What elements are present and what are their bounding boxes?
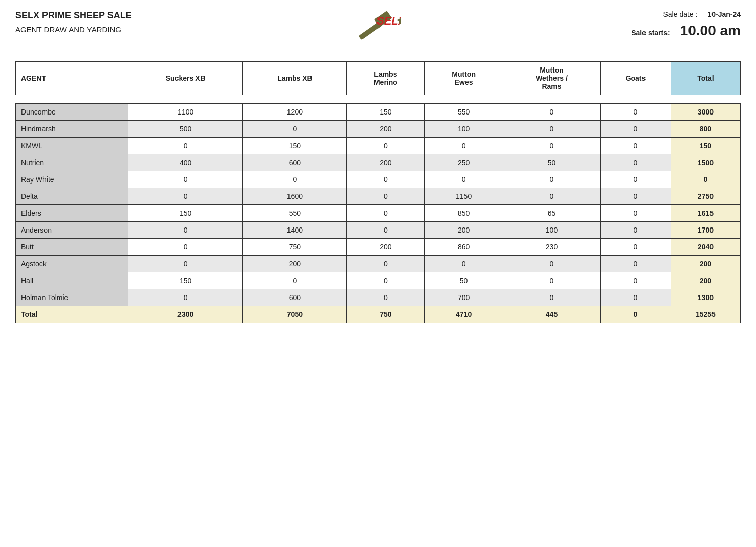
table-body: Duncombe11001200150550003000Hindmarsh500…: [16, 104, 741, 323]
table-row: Nutrien4006002002505001500: [16, 154, 741, 171]
total-cell: 1300: [671, 289, 740, 306]
data-cell: 0: [503, 171, 600, 188]
data-cell: 50: [425, 272, 503, 289]
data-cell: 0: [601, 171, 671, 188]
data-cell: 0: [347, 205, 425, 222]
col-header-lambs-merino: LambsMerino: [347, 62, 425, 95]
data-cell: 0: [601, 272, 671, 289]
agent-name: Ray White: [16, 171, 128, 188]
data-cell: 0: [601, 205, 671, 222]
totals-row: Total230070507504710445015255: [16, 306, 741, 323]
sale-date-value: 10-Jan-24: [707, 10, 741, 18]
data-cell: 850: [425, 205, 503, 222]
logo: SELX ✦: [355, 10, 401, 46]
data-cell: 200: [425, 222, 503, 239]
agent-name: Butt: [16, 239, 128, 256]
data-cell: 500: [128, 121, 243, 138]
data-cell: 65: [503, 205, 600, 222]
data-cell: 200: [347, 239, 425, 256]
data-cell: 0: [503, 138, 600, 154]
total-value: 15255: [671, 306, 740, 323]
data-cell: 150: [128, 205, 243, 222]
data-cell: 0: [601, 154, 671, 171]
total-value: 4710: [425, 306, 503, 323]
page-header: SELX PRIME SHEEP SALE AGENT DRAW AND YAR…: [15, 10, 741, 46]
total-cell: 3000: [671, 104, 740, 121]
sale-date-label: Sale date :: [663, 10, 697, 18]
data-cell: 100: [503, 222, 600, 239]
data-cell: 0: [347, 289, 425, 306]
data-cell: 0: [601, 222, 671, 239]
agent-name: Hindmarsh: [16, 121, 128, 138]
data-cell: 1150: [425, 188, 503, 205]
data-cell: 0: [425, 171, 503, 188]
total-cell: 200: [671, 272, 740, 289]
data-cell: 0: [128, 222, 243, 239]
col-header-mutton-wethers: MuttonWethers /Rams: [503, 62, 600, 95]
data-cell: 0: [347, 256, 425, 272]
data-cell: 1100: [128, 104, 243, 121]
data-cell: 200: [347, 154, 425, 171]
data-cell: 0: [347, 138, 425, 154]
data-cell: 860: [425, 239, 503, 256]
data-cell: 600: [243, 289, 347, 306]
table-row: Holman Tolmie06000700001300: [16, 289, 741, 306]
data-cell: 0: [128, 289, 243, 306]
data-cell: 0: [601, 188, 671, 205]
data-cell: 550: [425, 104, 503, 121]
data-cell: 200: [347, 121, 425, 138]
agent-name: Duncombe: [16, 104, 128, 121]
agent-name: Holman Tolmie: [16, 289, 128, 306]
col-header-suckers-xb: Suckers XB: [128, 62, 243, 95]
data-cell: 0: [601, 256, 671, 272]
agent-name: KMWL: [16, 138, 128, 154]
col-header-goats: Goats: [601, 62, 671, 95]
data-cell: 750: [243, 239, 347, 256]
data-cell: 1200: [243, 104, 347, 121]
total-label: Total: [16, 306, 128, 323]
agent-name: Elders: [16, 205, 128, 222]
total-value: 445: [503, 306, 600, 323]
sale-starts-value: 10.00 am: [680, 22, 741, 39]
total-cell: 200: [671, 256, 740, 272]
col-header-lambs-xb: Lambs XB: [243, 62, 347, 95]
col-header-total: Total: [671, 62, 740, 95]
page-title: SELX PRIME SHEEP SALE: [15, 10, 335, 21]
agent-draw-table: AGENT Suckers XB Lambs XB LambsMerino Mu…: [15, 61, 741, 323]
sale-starts-row: Sale starts: 10.00 am: [421, 22, 741, 39]
data-cell: 150: [243, 138, 347, 154]
data-cell: 150: [347, 104, 425, 121]
data-cell: 0: [601, 138, 671, 154]
table-row: KMWL01500000150: [16, 138, 741, 154]
data-cell: 1600: [243, 188, 347, 205]
data-cell: 0: [128, 188, 243, 205]
data-cell: 0: [347, 171, 425, 188]
data-cell: 0: [425, 138, 503, 154]
data-cell: 0: [503, 272, 600, 289]
agent-name: Delta: [16, 188, 128, 205]
data-cell: 0: [347, 222, 425, 239]
agent-name: Anderson: [16, 222, 128, 239]
data-cell: 550: [243, 205, 347, 222]
agent-name: Agstock: [16, 256, 128, 272]
total-cell: 1700: [671, 222, 740, 239]
table-row: Anderson01400020010001700: [16, 222, 741, 239]
total-value: 2300: [128, 306, 243, 323]
data-cell: 0: [601, 239, 671, 256]
data-cell: 0: [503, 121, 600, 138]
data-cell: 1400: [243, 222, 347, 239]
header-left: SELX PRIME SHEEP SALE AGENT DRAW AND YAR…: [15, 10, 335, 34]
table-row: Delta0160001150002750: [16, 188, 741, 205]
data-cell: 0: [243, 272, 347, 289]
data-cell: 0: [601, 121, 671, 138]
data-cell: 0: [601, 104, 671, 121]
data-cell: 0: [128, 239, 243, 256]
data-cell: 200: [243, 256, 347, 272]
table-row: Ray White0000000: [16, 171, 741, 188]
table-row: Butt075020086023002040: [16, 239, 741, 256]
data-cell: 400: [128, 154, 243, 171]
data-cell: 0: [243, 171, 347, 188]
header-right: Sale date : 10-Jan-24 Sale starts: 10.00…: [421, 10, 741, 39]
total-cell: 0: [671, 171, 740, 188]
data-cell: 0: [425, 256, 503, 272]
